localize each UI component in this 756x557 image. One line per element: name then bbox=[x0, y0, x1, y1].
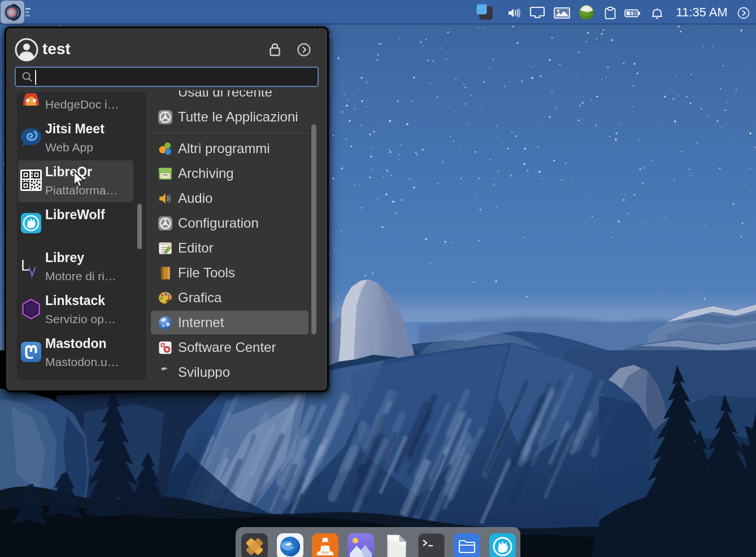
svg-text:y: y bbox=[28, 262, 36, 277]
